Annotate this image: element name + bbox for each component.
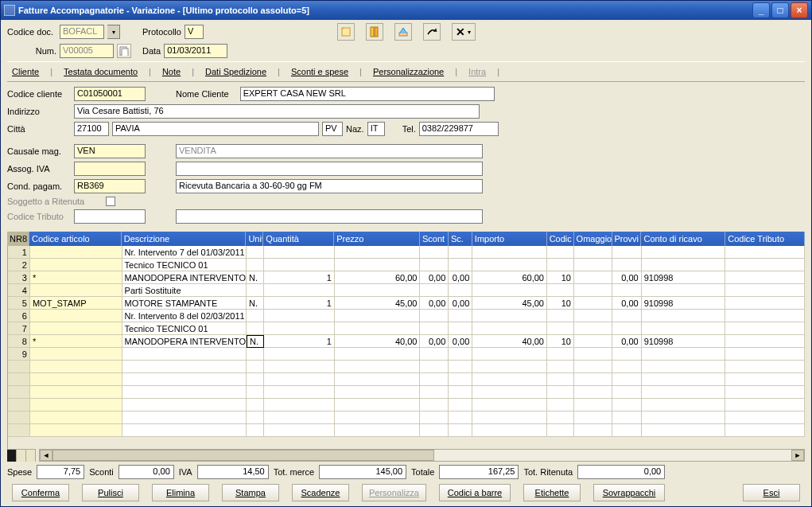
cell[interactable]: [30, 348, 122, 361]
cell[interactable]: 7: [8, 322, 30, 335]
cell[interactable]: [449, 310, 472, 322]
cell[interactable]: [247, 284, 264, 297]
cell[interactable]: [547, 322, 574, 335]
cell[interactable]: [574, 348, 612, 361]
cell[interactable]: [420, 310, 449, 322]
cell[interactable]: [612, 386, 642, 399]
cell[interactable]: [725, 335, 805, 348]
cell[interactable]: [8, 386, 30, 399]
indirizzo-field[interactable]: Via Cesare Battisti, 76: [74, 104, 480, 119]
cell[interactable]: [574, 399, 612, 411]
cell[interactable]: [264, 373, 335, 386]
cell[interactable]: [335, 259, 421, 271]
cell[interactable]: [264, 424, 335, 437]
cell[interactable]: [725, 322, 805, 335]
cell[interactable]: 1: [264, 271, 335, 284]
cell[interactable]: [247, 348, 264, 361]
cell[interactable]: 60,00: [472, 271, 547, 284]
cell[interactable]: [472, 322, 547, 335]
cell[interactable]: [574, 424, 612, 437]
cell[interactable]: 4: [8, 284, 30, 297]
cell[interactable]: [335, 386, 421, 399]
prov-field[interactable]: PV: [322, 122, 343, 136]
cell[interactable]: [574, 246, 612, 259]
stampa-button[interactable]: Stampa: [222, 484, 279, 501]
tab-personalizzazione[interactable]: Personalizzazione: [368, 65, 449, 78]
col-quantita[interactable]: Quantità: [263, 232, 334, 246]
cell[interactable]: [30, 310, 122, 322]
horizontal-scrollbar[interactable]: ◄ ►: [39, 449, 805, 462]
cell[interactable]: 910998: [642, 271, 726, 284]
cell[interactable]: 0,00: [449, 335, 472, 348]
cell[interactable]: [420, 361, 449, 373]
cell[interactable]: N.: [247, 335, 264, 348]
cell[interactable]: [547, 259, 574, 271]
cell[interactable]: [420, 386, 449, 399]
cell[interactable]: 40,00: [335, 335, 421, 348]
cell[interactable]: [472, 373, 547, 386]
cell[interactable]: [122, 424, 247, 437]
cell[interactable]: 9: [8, 348, 30, 361]
cell[interactable]: [612, 424, 642, 437]
cell[interactable]: 40,00: [472, 335, 547, 348]
cell[interactable]: [612, 348, 642, 361]
cell[interactable]: [642, 310, 726, 322]
col-codice-articolo[interactable]: Codice articolo: [29, 232, 122, 246]
cell[interactable]: [122, 399, 247, 411]
cell[interactable]: [420, 373, 449, 386]
sovrappacchi-button[interactable]: Sovrappacchi: [593, 484, 665, 501]
cell[interactable]: 10: [547, 297, 574, 310]
cell[interactable]: MANODOPERA INTERVENTO: [122, 335, 247, 348]
cell[interactable]: [8, 399, 30, 411]
cell[interactable]: [264, 348, 335, 361]
tab-sconti[interactable]: Sconti e spese: [286, 65, 353, 78]
cell[interactable]: [612, 399, 642, 411]
tab-dati-spedizione[interactable]: Dati Spedizione: [200, 65, 271, 78]
cell[interactable]: [449, 386, 472, 399]
cell[interactable]: [264, 386, 335, 399]
cell[interactable]: [30, 411, 122, 424]
cell[interactable]: 10: [547, 335, 574, 348]
cell[interactable]: [642, 322, 726, 335]
cell[interactable]: 2: [8, 259, 30, 271]
cell[interactable]: [725, 310, 805, 322]
cell[interactable]: Tecnico TECNICO 01: [122, 259, 247, 271]
conferma-button[interactable]: Conferma: [12, 484, 69, 501]
cell[interactable]: [642, 361, 726, 373]
cell[interactable]: [472, 284, 547, 297]
cell[interactable]: [574, 322, 612, 335]
elimina-button[interactable]: Elimina: [152, 484, 209, 501]
cell[interactable]: [30, 399, 122, 411]
col-conto-ricavo[interactable]: Conto di ricavo: [641, 232, 725, 246]
cell[interactable]: [122, 373, 247, 386]
codice-cliente-field[interactable]: C01050001: [74, 87, 146, 101]
cell[interactable]: [449, 411, 472, 424]
cell[interactable]: 5: [8, 297, 30, 310]
table-row[interactable]: [8, 411, 805, 424]
protocollo-field[interactable]: V: [185, 25, 204, 39]
cell[interactable]: [335, 348, 421, 361]
cell[interactable]: [574, 259, 612, 271]
cell[interactable]: [8, 373, 30, 386]
cell[interactable]: [420, 399, 449, 411]
cell[interactable]: [472, 259, 547, 271]
col-nr[interactable]: NR8: [7, 232, 29, 246]
cell[interactable]: [449, 259, 472, 271]
cell[interactable]: [420, 259, 449, 271]
cell[interactable]: 0,00: [420, 335, 449, 348]
esci-button[interactable]: Esci: [743, 484, 800, 501]
cell[interactable]: [472, 411, 547, 424]
maximize-button[interactable]: □: [771, 2, 789, 18]
cell[interactable]: [449, 246, 472, 259]
cell[interactable]: [420, 411, 449, 424]
cell[interactable]: [264, 399, 335, 411]
cell[interactable]: [472, 310, 547, 322]
cell[interactable]: [472, 386, 547, 399]
scroll-thumb[interactable]: [52, 450, 434, 461]
table-row[interactable]: 6Nr. Intervento 8 del 02/03/2011: [8, 310, 805, 322]
cell[interactable]: 0,00: [612, 271, 642, 284]
scroll-right-icon[interactable]: ►: [791, 450, 804, 461]
cell[interactable]: [547, 246, 574, 259]
codici-barre-button[interactable]: Codici a barre: [439, 484, 511, 501]
cell[interactable]: [612, 361, 642, 373]
